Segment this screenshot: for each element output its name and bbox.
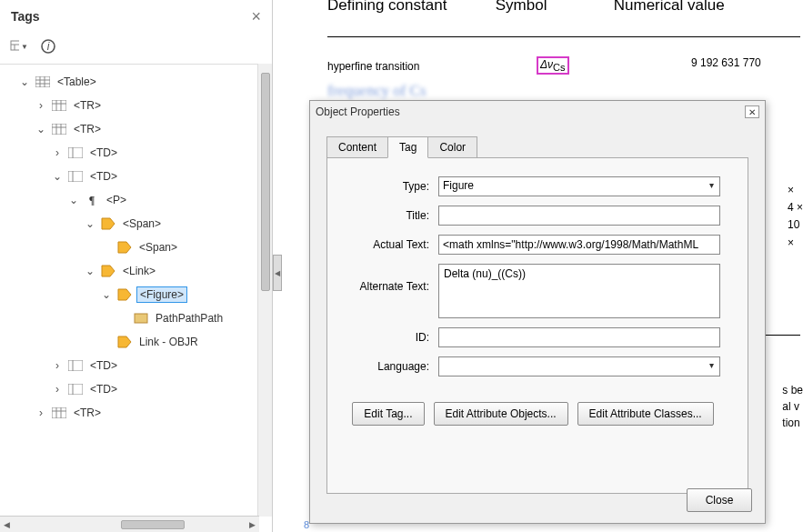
chevron-down-icon[interactable]: ⌄ xyxy=(84,265,96,277)
language-label: Language: xyxy=(346,360,429,373)
doc-right-values: × 4 × 10 × xyxy=(788,182,803,252)
tree-node-tr[interactable]: › <TR> xyxy=(9,94,272,117)
chevron-down-icon[interactable]: ⌄ xyxy=(51,170,64,183)
tree-node-span[interactable]: › <Span> xyxy=(9,236,272,259)
tags-panel: Tags × ▼ i ⌄ <Table> › <TR> ⌄ <TR> › xyxy=(0,0,273,532)
vertical-scrollbar[interactable] xyxy=(257,64,272,517)
id-input[interactable] xyxy=(438,327,720,347)
type-select[interactable]: Figure xyxy=(438,176,720,196)
tag-icon xyxy=(100,216,116,231)
dialog-titlebar[interactable]: Object Properties ✕ xyxy=(310,101,765,123)
svg-marker-22 xyxy=(102,218,115,229)
tree-node-tr[interactable]: › <TR> xyxy=(9,401,272,425)
tree-node-table[interactable]: ⌄ <Table> xyxy=(9,70,272,94)
alt-text-input[interactable]: Delta (nu)_((Cs)) xyxy=(438,264,720,318)
col-header: Symbol xyxy=(496,0,547,15)
svg-rect-14 xyxy=(52,124,66,135)
svg-rect-18 xyxy=(68,147,83,158)
tag-icon xyxy=(116,335,133,349)
table-icon xyxy=(51,406,67,420)
table-icon xyxy=(67,146,84,160)
chevron-right-icon[interactable]: › xyxy=(35,407,47,419)
tree-label: Link - OBJR xyxy=(136,335,201,349)
tag-icon xyxy=(100,264,116,278)
chevron-down-icon[interactable]: ⌄ xyxy=(67,194,80,206)
tree-node-link-objr[interactable]: › Link - OBJR xyxy=(9,330,272,354)
close-icon[interactable]: × xyxy=(251,7,261,26)
chevron-right-icon[interactable]: › xyxy=(51,359,64,372)
svg-rect-5 xyxy=(35,76,50,87)
title-label: Title: xyxy=(346,209,429,222)
tab-panel-tag: Type: Figure Title: Actual Text: Alterna… xyxy=(326,157,748,494)
panel-collapse-handle[interactable] xyxy=(273,255,282,291)
svg-rect-26 xyxy=(135,314,147,323)
tree-node-td[interactable]: › <TD> xyxy=(9,354,272,377)
col-header: Defining constant xyxy=(327,0,447,15)
horizontal-scrollbar[interactable]: ◀▶ xyxy=(0,516,259,532)
tree-label: <P> xyxy=(104,193,129,207)
edit-attribute-objects-button[interactable]: Edit Attribute Objects... xyxy=(434,402,568,426)
tab-color[interactable]: Color xyxy=(427,136,477,158)
tree-node-td[interactable]: › <TD> xyxy=(9,141,272,165)
chevron-down-icon[interactable]: ⌄ xyxy=(84,217,96,230)
tree-label: <Span> xyxy=(120,216,164,231)
type-label: Type: xyxy=(346,180,429,193)
table-icon xyxy=(67,169,84,184)
tree-node-tr[interactable]: ⌄ <TR> xyxy=(9,117,272,141)
table-icon xyxy=(51,122,67,136)
tree-label: <TR> xyxy=(71,406,104,420)
col-header: Numerical value xyxy=(614,0,725,15)
tree-label: <Table> xyxy=(55,75,99,89)
title-input[interactable] xyxy=(438,206,720,226)
tree-node-span[interactable]: ⌄ <Span> xyxy=(9,212,272,236)
tree-label: <TR> xyxy=(71,122,104,136)
doc-right-text: s be al v tion xyxy=(782,382,803,431)
tab-tag[interactable]: Tag xyxy=(387,136,428,158)
tree-label: <TD> xyxy=(87,146,120,160)
chevron-down-icon[interactable]: ⌄ xyxy=(100,288,113,301)
table-icon xyxy=(51,98,67,113)
tree-node-content[interactable]: › PathPathPath xyxy=(9,306,272,330)
edit-attribute-classes-button[interactable]: Edit Attribute Classes... xyxy=(577,402,714,426)
tree-node-td[interactable]: › <TD> xyxy=(9,377,272,401)
tags-toolbar: ▼ i xyxy=(0,33,272,65)
blur-text: frequency of Cs xyxy=(327,82,427,100)
tree-label: <TR> xyxy=(71,98,104,113)
svg-marker-27 xyxy=(118,336,131,347)
svg-rect-30 xyxy=(68,384,83,395)
edit-tag-button[interactable]: Edit Tag... xyxy=(352,402,424,426)
tree-label: <Link> xyxy=(120,264,158,278)
tab-content[interactable]: Content xyxy=(326,136,388,158)
svg-text:i: i xyxy=(47,40,50,53)
table-icon xyxy=(67,382,84,396)
actual-text-input[interactable] xyxy=(438,235,720,255)
chevron-right-icon[interactable]: › xyxy=(35,99,47,112)
table-icon xyxy=(67,358,84,373)
svg-marker-23 xyxy=(118,242,131,253)
dialog-tabs: Content Tag Color xyxy=(326,136,748,157)
tags-title: Tags xyxy=(11,9,40,24)
selected-symbol[interactable]: ΔνCs xyxy=(537,56,569,75)
id-label: ID: xyxy=(346,331,429,344)
tree-node-td[interactable]: ⌄ <TD> xyxy=(9,165,272,188)
chevron-right-icon[interactable]: › xyxy=(51,383,64,396)
tree-node-link[interactable]: ⌄ <Link> xyxy=(9,259,272,283)
chevron-down-icon[interactable]: ⌄ xyxy=(18,75,31,88)
tags-tree[interactable]: ⌄ <Table> › <TR> ⌄ <TR> › <TD> ⌄ <TD> ⌄ … xyxy=(0,65,272,517)
object-properties-dialog: Object Properties ✕ Content Tag Color Ty… xyxy=(309,100,766,524)
info-icon[interactable]: i xyxy=(38,36,58,56)
tree-node-p[interactable]: ⌄ ¶ <P> xyxy=(9,188,272,212)
chevron-down-icon[interactable]: ⌄ xyxy=(35,123,47,136)
options-dropdown-icon[interactable]: ▼ xyxy=(9,36,29,56)
tree-node-figure[interactable]: ⌄ <Figure> xyxy=(9,283,272,306)
dialog-close-icon[interactable]: ✕ xyxy=(745,105,759,118)
close-button[interactable]: Close xyxy=(687,488,752,512)
tag-icon xyxy=(116,287,133,302)
language-select[interactable] xyxy=(438,356,720,376)
tags-header: Tags × xyxy=(0,0,272,33)
chevron-right-icon[interactable]: › xyxy=(51,146,64,159)
svg-rect-32 xyxy=(52,407,66,418)
svg-rect-28 xyxy=(68,360,83,371)
svg-marker-24 xyxy=(102,266,115,276)
svg-rect-20 xyxy=(68,171,83,182)
